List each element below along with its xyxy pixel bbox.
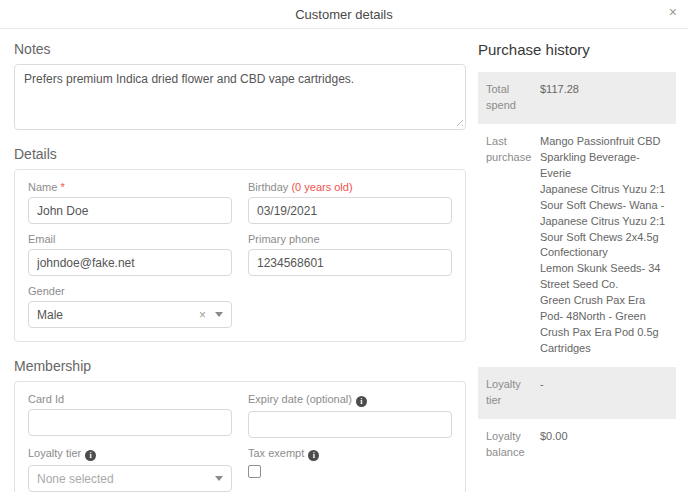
purchase-item: Mango Passionfruit CBD Sparkling Beverag… bbox=[540, 134, 668, 182]
purchase-item: Lemon Skunk Seeds- 34 Street Seed Co. bbox=[540, 261, 668, 293]
tax-exempt-field: Tax exempti bbox=[248, 447, 452, 492]
birthday-age-note: (0 years old) bbox=[291, 181, 352, 193]
expiry-label: Expiry date (optional)i bbox=[248, 393, 452, 407]
tax-exempt-label-text: Tax exempt bbox=[248, 447, 304, 459]
loyalty-balance-row: Loyalty balance $0.00 bbox=[478, 419, 676, 471]
last-purchase-label: Last purchase bbox=[486, 134, 533, 357]
name-field: Name * bbox=[28, 181, 232, 224]
last-purchase-row: Last purchase Mango Passionfruit CBD Spa… bbox=[478, 124, 676, 367]
purchase-item: Japanese Citrus Yuzu 2:1 Sour Soft Chews… bbox=[540, 182, 668, 262]
expiry-field: Expiry date (optional)i bbox=[248, 393, 452, 438]
loyalty-balance-label: Loyalty balance bbox=[486, 429, 533, 461]
notes-textarea[interactable]: Prefers premium Indica dried flower and … bbox=[14, 64, 466, 130]
close-icon[interactable]: × bbox=[669, 5, 677, 19]
modal-body: Notes Prefers premium Indica dried flowe… bbox=[0, 29, 688, 492]
phone-field: Primary phone bbox=[248, 233, 452, 276]
details-heading: Details bbox=[14, 146, 466, 162]
card-id-input[interactable] bbox=[28, 409, 232, 436]
email-input[interactable] bbox=[28, 249, 232, 276]
total-spend-value: $117.28 bbox=[540, 82, 668, 114]
modal-title: Customer details bbox=[295, 7, 393, 22]
email-label: Email bbox=[28, 233, 232, 245]
modal-header: Customer details × bbox=[0, 0, 688, 29]
name-label-text: Name bbox=[28, 181, 57, 193]
card-id-field: Card Id bbox=[28, 393, 232, 438]
birthday-label-text: Birthday bbox=[248, 181, 288, 193]
chevron-down-icon[interactable] bbox=[215, 312, 223, 317]
notes-field: Prefers premium Indica dried flower and … bbox=[14, 64, 466, 130]
last-purchase-value: Mango Passionfruit CBD Sparkling Beverag… bbox=[540, 134, 668, 357]
tax-exempt-checkbox[interactable] bbox=[248, 465, 261, 478]
membership-box: Card Id Expiry date (optional)i Loyalty … bbox=[14, 381, 466, 492]
info-icon: i bbox=[308, 450, 319, 461]
birthday-field: Birthday (0 years old) bbox=[248, 181, 452, 224]
phone-input[interactable] bbox=[248, 249, 452, 276]
loyalty-tier-field: Loyalty tieri None selected bbox=[28, 447, 232, 492]
gender-selected-value: Male bbox=[37, 308, 199, 322]
loyalty-tier-row-label: Loyalty tier bbox=[486, 377, 533, 409]
email-field: Email bbox=[28, 233, 232, 276]
name-input[interactable] bbox=[28, 197, 232, 224]
phone-label: Primary phone bbox=[248, 233, 452, 245]
tax-exempt-label: Tax exempti bbox=[248, 447, 452, 461]
loyalty-tier-label-text: Loyalty tier bbox=[28, 447, 81, 459]
card-id-label: Card Id bbox=[28, 393, 232, 405]
loyalty-tier-select[interactable]: None selected bbox=[28, 465, 232, 492]
loyalty-tier-label: Loyalty tieri bbox=[28, 447, 232, 461]
expiry-label-text: Expiry date (optional) bbox=[248, 393, 352, 405]
info-icon: i bbox=[356, 396, 367, 407]
gender-field: Gender Male × bbox=[28, 285, 232, 328]
loyalty-balance-value: $0.00 bbox=[540, 429, 668, 461]
total-spend-label: Total spend bbox=[486, 82, 533, 114]
birthday-label: Birthday (0 years old) bbox=[248, 181, 452, 193]
details-box: Name * Birthday (0 years old) Email Prim… bbox=[14, 169, 466, 342]
right-column: Purchase history Total spend $117.28 Las… bbox=[478, 29, 676, 492]
loyalty-tier-row-value: - bbox=[540, 377, 668, 409]
chevron-down-icon[interactable] bbox=[215, 476, 223, 481]
purchase-item: Green Crush Pax Era Pod- 48North - Green… bbox=[540, 293, 668, 357]
left-column: Notes Prefers premium Indica dried flowe… bbox=[0, 29, 466, 492]
customer-details-modal: Customer details × Notes Prefers premium… bbox=[0, 0, 688, 492]
birthday-input[interactable] bbox=[248, 197, 452, 224]
total-spend-row: Total spend $117.28 bbox=[478, 72, 676, 124]
gender-select[interactable]: Male × bbox=[28, 301, 232, 328]
info-icon: i bbox=[85, 450, 96, 461]
clear-icon[interactable]: × bbox=[199, 308, 206, 322]
purchase-history-heading: Purchase history bbox=[478, 41, 676, 58]
purchase-history-table: Total spend $117.28 Last purchase Mango … bbox=[478, 72, 676, 471]
required-marker: * bbox=[60, 181, 64, 193]
expiry-input[interactable] bbox=[248, 411, 452, 438]
gender-label: Gender bbox=[28, 285, 232, 297]
membership-heading: Membership bbox=[14, 358, 466, 374]
name-label: Name * bbox=[28, 181, 232, 193]
notes-heading: Notes bbox=[14, 41, 466, 57]
loyalty-tier-row: Loyalty tier - bbox=[478, 367, 676, 419]
loyalty-tier-placeholder: None selected bbox=[37, 472, 215, 486]
